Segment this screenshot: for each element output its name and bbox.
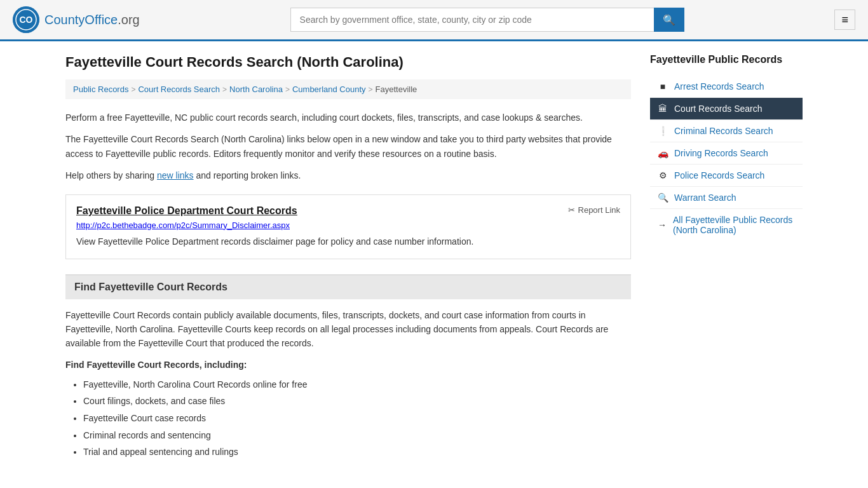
find-section-subheader: Find Fayetteville Court Records, includi… [65,360,631,370]
link-card: Fayetteville Police Department Court Rec… [65,194,631,259]
breadcrumb-cumberland-county[interactable]: Cumberland County [292,85,366,94]
logo-area: CO CountyOffice.org [13,6,140,33]
link-card-title-link[interactable]: Fayetteville Police Department Court Rec… [76,205,297,216]
description-1: Perform a free Fayetteville, NC public c… [65,111,631,125]
driving-icon: 🚗 [658,148,668,158]
police-icon: ⚙ [658,170,668,180]
breadcrumb: Public Records > Court Records Search > … [65,79,631,99]
breadcrumb-fayetteville: Fayetteville [376,85,417,94]
page-title: Fayetteville Court Records Search (North… [65,54,631,71]
find-section: Find Fayetteville Court Records Fayettev… [65,274,631,461]
sidebar-link-warrant[interactable]: Warrant Search [674,193,736,203]
hamburger-icon: ≡ [841,13,848,26]
link-card-description: View Fayetteville Police Department reco… [76,235,620,248]
list-item: Criminal records and sentencing [83,427,631,444]
sidebar-item-driving[interactable]: 🚗 Driving Records Search [650,142,803,165]
breadcrumb-court-records-search[interactable]: Court Records Search [138,85,220,94]
sidebar-item-arrest[interactable]: ■ Arrest Records Search [650,76,803,98]
list-item: Trial and appeal sentencing and rulings [83,444,631,461]
site-header: CO CountyOffice.org 🔍 ≡ [0,0,868,41]
link-card-header: Fayetteville Police Department Court Rec… [76,205,620,217]
search-area: 🔍 [290,8,684,32]
criminal-icon: ❕ [658,126,668,136]
sidebar-all-records[interactable]: → All Fayetteville Public Records (North… [650,209,803,241]
list-item: Fayetteville Court case records [83,410,631,427]
sidebar-title: Fayetteville Public Records [650,54,803,68]
sidebar-item-warrant[interactable]: 🔍 Warrant Search [650,187,803,209]
logo-text: CountyOffice.org [44,13,140,27]
arrest-icon: ■ [658,81,668,92]
link-card-url-link[interactable]: http://p2c.bethebadge.com/p2c/Summary_Di… [76,220,290,230]
sidebar-link-driving[interactable]: Driving Records Search [674,148,768,158]
court-icon: 🏛 [658,104,668,114]
breadcrumb-sep-1: > [131,85,135,94]
search-input[interactable] [290,8,654,32]
find-section-paragraph: Fayetteville Court Records contain publi… [65,308,631,351]
report-link-button[interactable]: ✂ Report Link [568,205,620,215]
link-card-url: http://p2c.bethebadge.com/p2c/Summary_Di… [76,220,620,230]
warrant-icon: 🔍 [658,193,668,203]
link-card-title: Fayetteville Police Department Court Rec… [76,205,297,217]
new-links-link[interactable]: new links [157,170,194,180]
find-section-header: Find Fayetteville Court Records [65,274,631,299]
sidebar-item-court[interactable]: 🏛 Court Records Search [650,98,803,120]
main-container: Fayetteville Court Records Search (North… [53,41,815,473]
sidebar-link-arrest[interactable]: Arrest Records Search [674,81,764,92]
svg-text:CO: CO [20,15,33,25]
logo-icon: CO [13,6,39,33]
sidebar: Fayetteville Public Records ■ Arrest Rec… [650,54,803,461]
report-icon: ✂ [568,205,575,215]
breadcrumb-sep-3: > [285,85,290,94]
sidebar-link-criminal[interactable]: Criminal Records Search [674,126,773,136]
menu-button[interactable]: ≡ [834,10,855,30]
find-section-list: Fayetteville, North Carolina Court Recor… [65,376,631,461]
breadcrumb-sep-4: > [369,85,373,94]
description-2: The Fayetteville Court Records Search (N… [65,132,631,161]
breadcrumb-public-records[interactable]: Public Records [73,85,128,94]
sidebar-all-link[interactable]: All Fayetteville Public Records (North C… [673,215,795,235]
list-item: Court filings, dockets, and case files [83,393,631,410]
arrow-icon: → [658,220,667,230]
sidebar-item-criminal[interactable]: ❕ Criminal Records Search [650,120,803,142]
content-area: Fayetteville Court Records Search (North… [65,54,631,461]
sidebar-label-court: Court Records Search [674,104,763,114]
search-button[interactable]: 🔍 [654,8,684,32]
description-3: Help others by sharing new links and rep… [65,168,631,182]
list-item: Fayetteville, North Carolina Court Recor… [83,376,631,393]
sidebar-item-police[interactable]: ⚙ Police Records Search [650,165,803,187]
sidebar-link-police[interactable]: Police Records Search [674,170,764,180]
breadcrumb-sep-2: > [222,85,227,94]
search-icon: 🔍 [663,15,675,25]
breadcrumb-north-carolina[interactable]: North Carolina [229,85,283,94]
